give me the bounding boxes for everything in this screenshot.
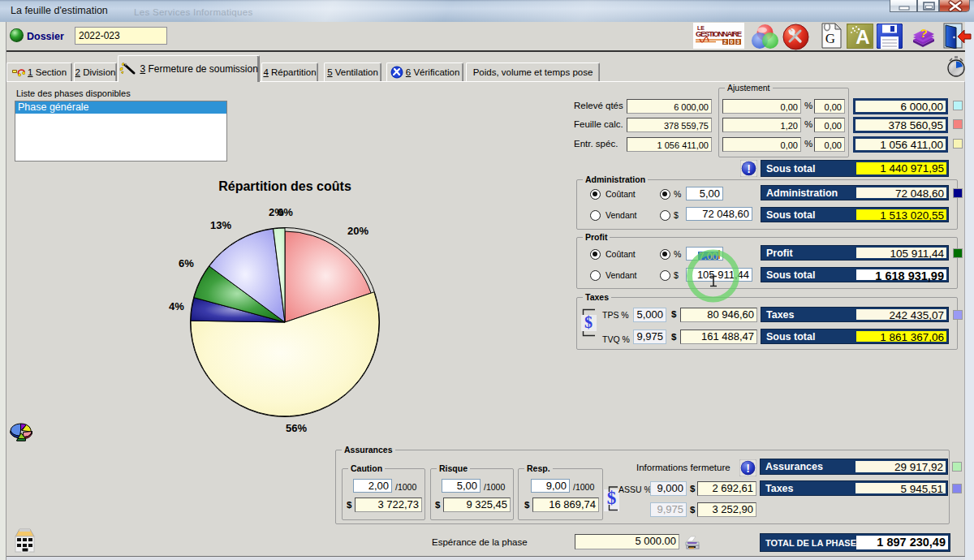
svg-text:2: 2 bbox=[724, 39, 727, 45]
svg-text:!: ! bbox=[747, 162, 751, 175]
svg-text:G: G bbox=[825, 31, 835, 46]
svg-text:3: 3 bbox=[737, 39, 740, 45]
svg-text:GESTIONNAIRE: GESTIONNAIRE bbox=[696, 29, 742, 38]
svg-text:$: $ bbox=[584, 313, 593, 331]
svg-text:!: ! bbox=[746, 462, 750, 475]
svg-text:A: A bbox=[855, 26, 869, 48]
svg-text:$: $ bbox=[607, 488, 617, 508]
svg-text:0: 0 bbox=[730, 39, 734, 45]
